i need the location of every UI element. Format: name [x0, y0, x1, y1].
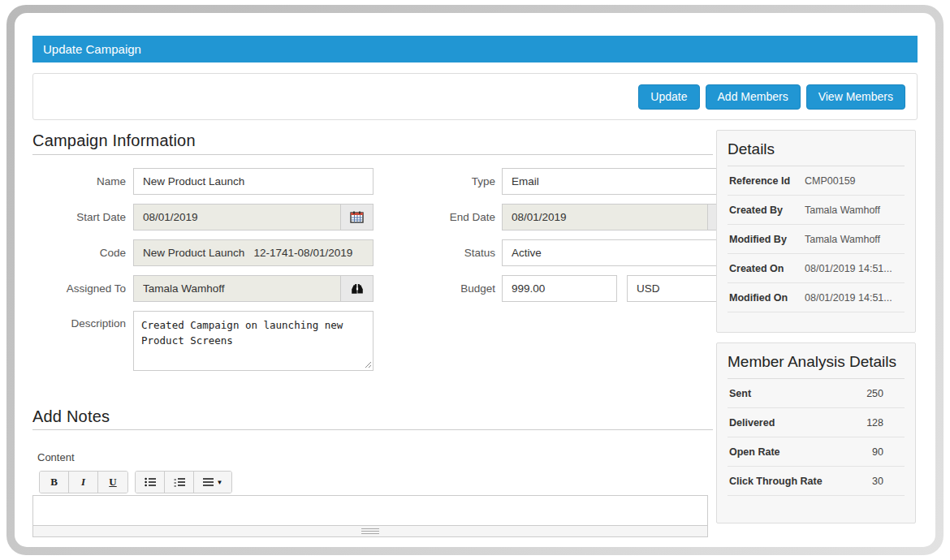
- editor-toolbar: B I U: [39, 471, 232, 493]
- page-titlebar: Update Campaign: [32, 36, 918, 62]
- end-date-field-wrap: [502, 204, 741, 230]
- end-date-label: End Date: [382, 204, 495, 230]
- view-members-button[interactable]: View Members: [806, 84, 905, 110]
- name-label: Name: [32, 168, 126, 195]
- description-label: Description: [32, 311, 126, 331]
- content-label: Content: [37, 451, 75, 463]
- description-textarea[interactable]: Created Campaign on launching new Produc…: [133, 311, 374, 371]
- details-row-created-by: Created By Tamala Wamhoff: [728, 196, 905, 225]
- code-field-wrap: [133, 239, 374, 266]
- section-divider: [32, 429, 713, 430]
- member-analysis-panel: Member Analysis Details Sent 250 Deliver…: [716, 342, 916, 523]
- row-label: Created By: [729, 205, 805, 216]
- row-label: Reference Id: [729, 175, 805, 187]
- details-heading: Details: [728, 139, 905, 166]
- budget-label: Budget: [382, 275, 495, 302]
- text-style-button-group: B I U: [39, 471, 128, 493]
- details-panel: Details Reference Id CMP00159 Created By…: [716, 130, 916, 333]
- editor-resize-statusbar[interactable]: [32, 526, 708, 537]
- row-value: 08/01/2019 14:51...: [805, 292, 903, 304]
- member-row-click-through-rate: Click Through Rate 30: [728, 467, 905, 496]
- status-select-value: Active: [503, 247, 724, 259]
- list-button-group: ▼: [135, 471, 232, 493]
- row-label: Modified By: [729, 234, 805, 245]
- description-field-wrap: Created Campaign on launching new Produc…: [133, 311, 374, 371]
- assigned-to-lookup-button[interactable]: [340, 276, 373, 301]
- underline-icon: U: [109, 476, 116, 489]
- row-label: Modified On: [729, 292, 805, 304]
- assigned-to-label: Assigned To: [32, 275, 126, 302]
- assigned-to-field-wrap: [133, 275, 374, 302]
- name-input[interactable]: [134, 169, 373, 194]
- row-value: CMP00159: [805, 175, 903, 187]
- row-label: Delivered: [729, 417, 866, 429]
- member-row-sent: Sent 250: [728, 379, 905, 408]
- bold-button[interactable]: B: [40, 472, 69, 493]
- budget-field-wrap: [502, 275, 617, 302]
- end-date-input: [503, 205, 707, 230]
- section-divider: [32, 154, 713, 155]
- row-value: 08/01/2019 14:51...: [805, 263, 903, 274]
- start-date-field-wrap: [133, 204, 374, 230]
- row-value: 90: [872, 446, 903, 458]
- member-analysis-heading: Member Analysis Details: [728, 351, 905, 379]
- unordered-list-button[interactable]: [136, 472, 165, 493]
- italic-button[interactable]: I: [69, 472, 98, 493]
- dropdown-caret-icon: ▼: [217, 479, 223, 486]
- page-title: Update Campaign: [43, 42, 141, 56]
- add-notes-heading: Add Notes: [32, 407, 110, 426]
- ordered-list-icon: [174, 477, 185, 487]
- campaign-information-heading: Campaign Information: [32, 131, 196, 150]
- row-label: Created On: [729, 263, 805, 274]
- details-row-modified-by: Modified By Tamala Wamhoff: [728, 225, 905, 254]
- status-label: Status: [382, 239, 495, 266]
- details-row-reference-id: Reference Id CMP00159: [728, 166, 905, 196]
- details-row-modified-on: Modified On 08/01/2019 14:51...: [728, 283, 905, 312]
- code-input: [134, 240, 373, 265]
- row-label: Click Through Rate: [729, 476, 872, 487]
- row-label: Open Rate: [729, 446, 872, 458]
- type-label: Type: [382, 168, 495, 195]
- member-row-delivered: Delivered 128: [728, 408, 905, 437]
- binoculars-icon: [350, 283, 365, 295]
- add-members-button[interactable]: Add Members: [706, 84, 801, 110]
- member-row-open-rate: Open Rate 90: [728, 437, 905, 467]
- row-label: Sent: [729, 388, 866, 399]
- underline-button[interactable]: U: [98, 472, 127, 493]
- budget-input[interactable]: [503, 276, 616, 301]
- type-select-value: Email: [503, 175, 724, 187]
- details-row-created-on: Created On 08/01/2019 14:51...: [728, 254, 905, 283]
- paragraph-align-button[interactable]: ▼: [194, 472, 231, 493]
- ordered-list-button[interactable]: [165, 472, 194, 493]
- action-bar: Update Add Members View Members: [32, 73, 918, 120]
- align-left-icon: [203, 477, 214, 487]
- start-date-label: Start Date: [32, 204, 126, 230]
- assigned-to-input: [134, 276, 340, 301]
- status-select[interactable]: Active ▼: [502, 239, 741, 266]
- name-field-wrap: [133, 168, 374, 195]
- row-value: Tamala Wamhoff: [805, 234, 903, 245]
- row-value: 30: [872, 476, 903, 487]
- note-content-editable[interactable]: [32, 495, 708, 526]
- unordered-list-icon: [145, 477, 156, 487]
- type-select[interactable]: Email ▼: [502, 168, 741, 195]
- row-value: 250: [866, 388, 903, 399]
- bold-icon: B: [50, 476, 58, 489]
- code-label: Code: [32, 239, 126, 266]
- row-value: 128: [866, 417, 903, 429]
- row-value: Tamala Wamhoff: [805, 205, 903, 216]
- italic-icon: I: [81, 476, 85, 489]
- update-button[interactable]: Update: [638, 84, 699, 110]
- start-date-calendar-button[interactable]: [340, 205, 373, 230]
- drag-handle-icon: [361, 528, 379, 534]
- calendar-icon: [350, 211, 364, 223]
- start-date-input: [134, 205, 340, 230]
- currency-select-value: USD: [628, 282, 724, 295]
